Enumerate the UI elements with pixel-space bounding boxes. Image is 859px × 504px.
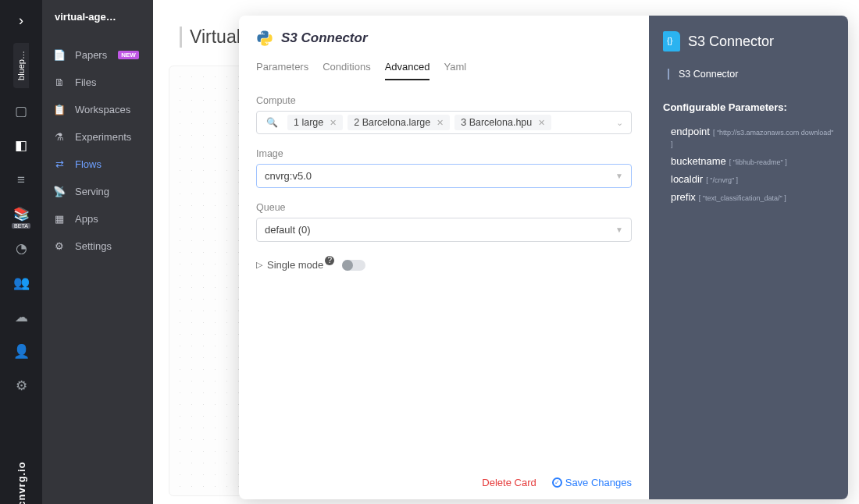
configurable-params-label: Configurable Parameters: <box>663 101 834 113</box>
nav-item-flows[interactable]: ⇄Flows <box>42 151 153 178</box>
tab-parameters[interactable]: Parameters <box>256 56 308 80</box>
remove-chip-icon[interactable]: ✕ <box>538 118 545 128</box>
compute-chip: 2 Barcelona.large✕ <box>348 115 450 130</box>
modal-footer: Delete Card ✓Save Changes <box>256 477 632 488</box>
nav-item-label: Serving <box>75 186 109 197</box>
rail-tab-blueprints[interactable]: bluep… <box>13 43 29 88</box>
single-mode-label: Single mode <box>267 259 323 271</box>
param-row: endpoint[ "http://s3.amazonaws.com downl… <box>671 126 834 149</box>
nav-item-papers[interactable]: 📄PapersNEW <box>42 41 153 69</box>
papers-icon: 📄 <box>53 49 66 61</box>
param-row: bucketname[ "libhub-readme" ] <box>671 155 834 167</box>
queue-value: default (0) <box>265 224 311 236</box>
single-mode-row: ▷ Single mode ? <box>256 259 632 271</box>
clock-icon[interactable]: ◔ <box>0 232 42 266</box>
compute-label: Compute <box>256 95 632 106</box>
nav-item-label: Settings <box>75 240 112 252</box>
queue-label: Queue <box>256 202 632 213</box>
nav-item-label: Papers <box>75 49 107 61</box>
python-icon <box>256 30 273 47</box>
param-hint: [ "/cnvrg" ] <box>706 176 738 184</box>
remove-chip-icon[interactable]: ✕ <box>437 118 444 128</box>
sidebar-subtitle: S3 Connector <box>668 69 834 80</box>
chevron-down-icon: ▼ <box>615 172 623 180</box>
workspaces-icon: 📋 <box>53 104 66 115</box>
nav-item-experiments[interactable]: ⚗Experiments <box>42 123 153 151</box>
param-name: prefix <box>671 191 696 203</box>
nav-item-files[interactable]: 🗎Files <box>42 69 153 96</box>
chip-label: 1 large <box>294 117 323 128</box>
queue-select[interactable]: default (0) ▼ <box>256 218 632 242</box>
flows-icon: ⇄ <box>53 158 66 170</box>
apps-icon: ▦ <box>53 213 66 225</box>
box-icon[interactable]: ▢ <box>0 94 42 129</box>
compute-chip: 1 large✕ <box>287 115 343 130</box>
save-label: Save Changes <box>565 477 632 488</box>
param-row: prefix[ "text_classification_data/" ] <box>671 191 834 203</box>
image-select[interactable]: cnvrg:v5.0 ▼ <box>256 164 632 188</box>
param-hint: [ "text_classification_data/" ] <box>699 194 786 202</box>
nav-item-label: Flows <box>75 158 102 170</box>
chip-label: 2 Barcelona.large <box>354 117 430 128</box>
single-mode-toggle[interactable] <box>342 260 365 271</box>
icon-rail: › bluep… ▢ ◧ ≡ 📚BETA ◔ 👥 ☁ 👤 ⚙ cnvrg.io <box>0 0 42 504</box>
compute-select[interactable]: 🔍 1 large✕ 2 Barcelona.large✕ 3 Barcelon… <box>256 111 632 134</box>
nav-item-apps[interactable]: ▦Apps <box>42 205 153 232</box>
settings-icon: ⚙ <box>53 240 66 252</box>
sidebar-title: S3 Connector <box>688 34 774 50</box>
experiments-icon: ⚗ <box>53 131 66 143</box>
check-icon: ✓ <box>552 477 562 488</box>
chevron-down-icon[interactable]: ⌄ <box>616 118 626 128</box>
save-changes-button[interactable]: ✓Save Changes <box>552 477 632 488</box>
nav-item-serving[interactable]: 📡Serving <box>42 178 153 205</box>
modal-form: S3 Connector Parameters Conditions Advan… <box>239 16 649 499</box>
grid-icon[interactable]: ◧ <box>0 129 42 163</box>
people-icon[interactable]: 👤 <box>0 335 42 369</box>
file-icon <box>663 31 680 51</box>
toggle-knob <box>342 260 353 271</box>
users-icon[interactable]: 👥 <box>0 266 42 300</box>
modal-title: S3 Connector <box>281 30 368 46</box>
modal-sidebar: S3 Connector S3 Connector Configurable P… <box>649 16 848 499</box>
param-name: endpoint <box>671 126 710 137</box>
new-badge: NEW <box>118 51 139 59</box>
nav-item-settings[interactable]: ⚙Settings <box>42 232 153 260</box>
page-title: Virtual <box>180 27 241 48</box>
nav-item-label: Workspaces <box>75 104 130 115</box>
nav-item-label: Experiments <box>75 131 131 143</box>
play-icon: ▷ <box>256 260 262 270</box>
library-icon[interactable]: 📚BETA <box>0 197 42 232</box>
param-row: localdir[ "/cnvrg" ] <box>671 173 834 185</box>
tab-conditions[interactable]: Conditions <box>323 56 370 80</box>
sidebar-header: S3 Connector <box>663 31 834 51</box>
project-nav: virtual-age… 📄PapersNEW 🗎Files 📋Workspac… <box>42 0 153 504</box>
delete-card-button[interactable]: Delete Card <box>482 477 536 488</box>
image-label: Image <box>256 148 632 159</box>
compute-chip: 3 Barcelona.hpu✕ <box>454 115 551 130</box>
chip-label: 3 Barcelona.hpu <box>461 117 532 128</box>
modal-tabs: Parameters Conditions Advanced Yaml <box>256 56 632 81</box>
nav-item-label: Apps <box>75 213 98 225</box>
help-icon[interactable]: ? <box>325 256 334 265</box>
database-icon[interactable]: ≡ <box>0 163 42 197</box>
serving-icon: 📡 <box>53 186 66 197</box>
param-hint: [ "libhub-readme" ] <box>729 158 787 166</box>
brand-logo: cnvrg.io <box>16 461 27 504</box>
tab-advanced[interactable]: Advanced <box>385 56 430 80</box>
remove-chip-icon[interactable]: ✕ <box>330 118 337 128</box>
search-icon[interactable]: 🔍 <box>262 117 283 128</box>
gear-icon[interactable]: ⚙ <box>0 369 42 403</box>
cloud-icon[interactable]: ☁ <box>0 300 42 335</box>
param-name: bucketname <box>671 155 726 167</box>
chevron-down-icon: ▼ <box>615 225 623 234</box>
expand-icon[interactable]: › <box>19 3 23 38</box>
nav-item-label: Files <box>75 76 96 88</box>
param-name: localdir <box>671 173 703 185</box>
nav-item-workspaces[interactable]: 📋Workspaces <box>42 96 153 123</box>
project-title: virtual-age… <box>42 0 153 41</box>
image-value: cnvrg:v5.0 <box>265 170 312 182</box>
edit-card-modal: S3 Connector Parameters Conditions Advan… <box>239 16 848 499</box>
modal-header: S3 Connector <box>256 30 632 47</box>
tab-yaml[interactable]: Yaml <box>444 56 466 80</box>
files-icon: 🗎 <box>53 76 66 88</box>
